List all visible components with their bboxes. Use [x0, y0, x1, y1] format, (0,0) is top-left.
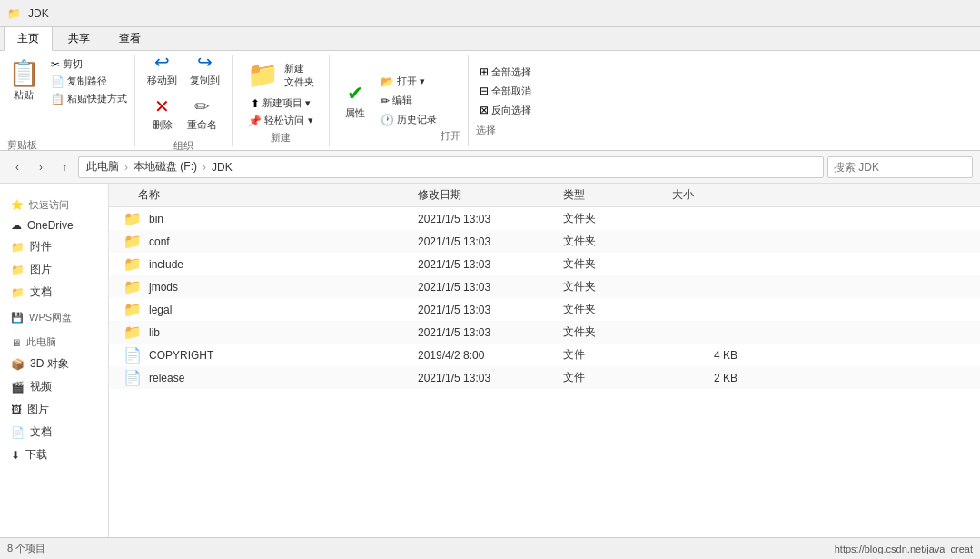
- tab-view[interactable]: 查看: [105, 26, 154, 50]
- search-input[interactable]: [827, 156, 973, 178]
- cut-button[interactable]: ✂ 剪切: [47, 56, 131, 72]
- copy-to-button[interactable]: ↪ 复制到: [185, 48, 224, 89]
- edit-button[interactable]: ✏ 编辑: [377, 93, 441, 108]
- address-bar: ‹ › ↑ 此电脑 › 本地磁盘 (F:) › JDK: [0, 151, 980, 184]
- org-label: 组织: [173, 139, 193, 153]
- file-type: 文件: [563, 347, 672, 363]
- col-size-header[interactable]: 大小: [672, 187, 745, 203]
- table-row[interactable]: 📁 jmods 2021/1/5 13:03 文件夹: [109, 275, 980, 298]
- table-row[interactable]: 📁 lib 2021/1/5 13:03 文件夹: [109, 321, 980, 344]
- path-drive[interactable]: 本地磁盘 (F:): [134, 159, 197, 175]
- forward-button[interactable]: ›: [31, 157, 51, 177]
- file-name: include: [149, 258, 183, 271]
- open-group: ✔ 属性 📂 打开 ▾ ✏ 编辑 🕐 历史记录 打开: [330, 55, 469, 146]
- properties-label: 属性: [345, 107, 365, 119]
- main-area: ⭐ 快速访问 ☁ OneDrive 📁 附件 📁 图片 📁 文档 💾 WPS网盘…: [0, 184, 980, 537]
- deselect-button[interactable]: ⊟ 全部取消: [476, 84, 535, 99]
- org-top-row: ↩ 移动到 ↪ 复制到: [143, 48, 224, 89]
- move-to-icon: ↩: [154, 51, 170, 73]
- copy-path-icon: 📄: [51, 75, 64, 88]
- cut-icon: ✂: [51, 58, 60, 71]
- sidebar-item-pictures[interactable]: 📁 图片: [0, 258, 108, 281]
- delete-label: 删除: [153, 119, 173, 131]
- back-button[interactable]: ‹: [7, 157, 27, 177]
- file-list: 名称 修改日期 类型 大小 📁 bin 2021/1/5 13:03 文件夹 📁…: [109, 184, 980, 537]
- path-sep-1: ›: [124, 161, 128, 174]
- select-content: ⊞ 全部选择 ⊟ 全部取消 ⊠ 反向选择 选择: [476, 56, 535, 145]
- delete-button[interactable]: ✕ 删除: [146, 93, 179, 134]
- file-type: 文件夹: [563, 279, 672, 294]
- new-item-label: 新建项目 ▾: [262, 96, 311, 110]
- open-button[interactable]: 📂 打开 ▾: [377, 74, 441, 89]
- table-row[interactable]: 📄 COPYRIGHT 2019/4/2 8:00 文件 4 KB: [109, 344, 980, 366]
- new-folder-button[interactable]: 📁 新建文件夹: [240, 56, 322, 94]
- open-label: 打开 ▾: [397, 75, 425, 88]
- paste-shortcut-button[interactable]: 📋 粘贴快捷方式: [47, 91, 131, 106]
- history-button[interactable]: 🕐 历史记录: [377, 112, 441, 127]
- paste-button[interactable]: 📋 粘贴: [4, 56, 44, 104]
- sidebar-item-3d[interactable]: 📦 3D 对象: [0, 353, 108, 375]
- file-type: 文件夹: [563, 234, 672, 249]
- open-group-label: 打开: [441, 127, 460, 145]
- edit-label: 编辑: [392, 94, 412, 107]
- up-button[interactable]: ↑: [54, 157, 74, 177]
- file-type: 文件夹: [563, 211, 672, 226]
- address-path[interactable]: 此电脑 › 本地磁盘 (F:) › JDK: [78, 156, 824, 178]
- table-row[interactable]: 📁 conf 2021/1/5 13:03 文件夹: [109, 230, 980, 253]
- file-name: COPYRIGHT: [149, 349, 213, 362]
- select-all-icon: ⊞: [480, 65, 489, 78]
- tab-home[interactable]: 主页: [4, 26, 53, 51]
- sidebar-item-video[interactable]: 🎬 视频: [0, 375, 108, 398]
- file-date: 2019/4/2 8:00: [418, 349, 563, 362]
- history-label: 历史记录: [397, 113, 437, 126]
- pictures-icon: 📁: [11, 264, 25, 276]
- file-size: 4 KB: [672, 349, 745, 362]
- file-type: 文件: [563, 370, 672, 385]
- history-icon: 🕐: [381, 114, 394, 126]
- file-name-cell: 📁 bin: [109, 210, 418, 227]
- invert-icon: ⊠: [480, 104, 489, 116]
- table-row[interactable]: 📁 legal 2021/1/5 13:03 文件夹: [109, 298, 980, 321]
- sidebar-section-wps: 💾 WPS网盘: [0, 304, 108, 328]
- rename-button[interactable]: ✏ 重命名: [183, 93, 222, 134]
- path-folder[interactable]: JDK: [212, 161, 233, 174]
- new-item-button[interactable]: ⬆ 新建项目 ▾: [247, 95, 314, 111]
- properties-icon: ✔: [347, 82, 363, 105]
- col-date-header[interactable]: 修改日期: [418, 187, 563, 203]
- new-label: 新建: [271, 131, 291, 145]
- file-icon: 📁: [124, 301, 142, 318]
- sidebar-item-attachment[interactable]: 📁 附件: [0, 235, 108, 258]
- title-bar-title: JDK: [28, 7, 49, 20]
- tab-share[interactable]: 共享: [54, 26, 104, 50]
- table-row[interactable]: 📄 release 2021/1/5 13:03 文件 2 KB: [109, 366, 980, 389]
- invert-select-button[interactable]: ⊠ 反向选择: [476, 103, 535, 118]
- properties-button[interactable]: ✔ 属性: [337, 79, 373, 122]
- attachment-icon: 📁: [11, 241, 25, 254]
- org-buttons: ↩ 移动到 ↪ 复制到 ✕ 删除 ✏ 重命名 组织: [143, 56, 224, 145]
- status-items-count: 8 个项目: [7, 542, 45, 555]
- file-name: jmods: [149, 281, 178, 294]
- file-name-cell: 📁 legal: [109, 301, 418, 318]
- sidebar-item-onedrive[interactable]: ☁ OneDrive: [0, 215, 108, 235]
- move-to-button[interactable]: ↩ 移动到: [143, 48, 182, 89]
- sidebar-item-documents[interactable]: 📁 文档: [0, 281, 108, 304]
- table-row[interactable]: 📁 include 2021/1/5 13:03 文件夹: [109, 253, 980, 275]
- col-name-header[interactable]: 名称: [109, 187, 418, 203]
- select-all-button[interactable]: ⊞ 全部选择: [476, 65, 535, 80]
- status-bar: 8 个项目 https://blog.csdn.net/java_creat: [0, 537, 980, 559]
- easy-access-button[interactable]: 📌 轻松访问 ▾: [244, 113, 316, 128]
- sidebar-item-download[interactable]: ⬇ 下载: [0, 444, 108, 466]
- table-row[interactable]: 📁 bin 2021/1/5 13:03 文件夹: [109, 207, 980, 230]
- file-icon: 📁: [124, 324, 142, 341]
- sidebar-item-pic2[interactable]: 🖼 图片: [0, 398, 108, 421]
- invert-label: 反向选择: [491, 104, 531, 117]
- open-content: ✔ 属性 📂 打开 ▾ ✏ 编辑 🕐 历史记录: [337, 56, 441, 145]
- sidebar-item-doc2[interactable]: 📄 文档: [0, 421, 108, 444]
- path-computer[interactable]: 此电脑: [86, 159, 119, 175]
- copy-path-button[interactable]: 📄 复制路径: [47, 74, 131, 89]
- quickaccess-icon: ⭐: [11, 199, 24, 211]
- copy-to-label: 复制到: [190, 75, 220, 86]
- file-type: 文件夹: [563, 302, 672, 317]
- col-type-header[interactable]: 类型: [563, 187, 672, 203]
- window-icon: 📁: [7, 7, 21, 20]
